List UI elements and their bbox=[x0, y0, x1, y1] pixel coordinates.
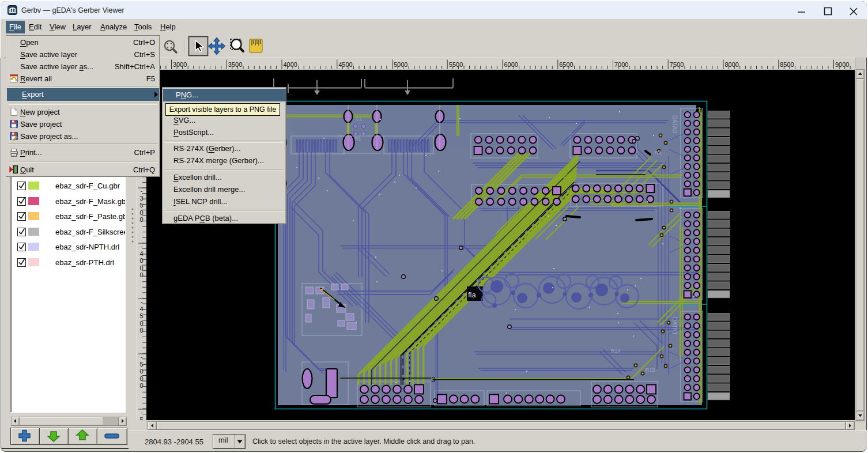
svg-text:fla: fla bbox=[468, 290, 477, 299]
svg-text:R1: R1 bbox=[354, 136, 361, 142]
svg-text:0: 0 bbox=[139, 271, 143, 278]
svg-text:0: 0 bbox=[139, 265, 143, 271]
svg-text:5: 5 bbox=[139, 202, 143, 209]
svg-text:C1: C1 bbox=[356, 116, 363, 122]
svg-text:5000: 5000 bbox=[394, 61, 407, 68]
svg-text:DATA3: DATA3 bbox=[671, 115, 678, 133]
svg-text:DATA1: DATA1 bbox=[671, 317, 678, 335]
svg-text:7500: 7500 bbox=[670, 61, 684, 68]
svg-text:6500: 6500 bbox=[559, 61, 573, 68]
svg-text:3: 3 bbox=[431, 375, 435, 384]
svg-text:0: 0 bbox=[139, 382, 143, 389]
svg-text:4: 4 bbox=[139, 305, 143, 312]
svg-text:4000: 4000 bbox=[284, 61, 297, 68]
svg-text:3: 3 bbox=[139, 195, 143, 202]
svg-text:0: 0 bbox=[139, 368, 143, 375]
svg-text:0: 0 bbox=[139, 209, 143, 216]
svg-text:-: - bbox=[141, 243, 143, 250]
svg-text:7000: 7000 bbox=[614, 61, 628, 68]
svg-text:R14: R14 bbox=[611, 348, 621, 354]
svg-text:R15: R15 bbox=[646, 367, 655, 373]
svg-text:0: 0 bbox=[139, 375, 143, 382]
svg-text:-: - bbox=[141, 409, 143, 416]
svg-text:3000: 3000 bbox=[173, 61, 187, 68]
svg-text:8500: 8500 bbox=[780, 61, 794, 68]
svg-text:5: 5 bbox=[139, 312, 143, 319]
svg-text:5: 5 bbox=[139, 416, 143, 420]
svg-text:0: 0 bbox=[139, 216, 143, 223]
svg-text:4500: 4500 bbox=[338, 61, 352, 68]
svg-text:6000: 6000 bbox=[504, 61, 518, 68]
svg-text:-: - bbox=[141, 298, 143, 305]
svg-text:4: 4 bbox=[139, 250, 143, 257]
svg-text:-: - bbox=[141, 187, 143, 194]
svg-text:0: 0 bbox=[139, 320, 143, 327]
svg-text:-: - bbox=[141, 353, 143, 360]
svg-text:0: 0 bbox=[139, 257, 143, 264]
svg-text:8000: 8000 bbox=[725, 61, 739, 68]
svg-text:9000: 9000 bbox=[835, 61, 849, 68]
svg-text:5: 5 bbox=[139, 361, 143, 368]
svg-text:0: 0 bbox=[139, 327, 143, 334]
svg-text:5500: 5500 bbox=[449, 61, 463, 68]
svg-text:3500: 3500 bbox=[228, 61, 242, 68]
svg-text:R8: R8 bbox=[655, 150, 662, 156]
